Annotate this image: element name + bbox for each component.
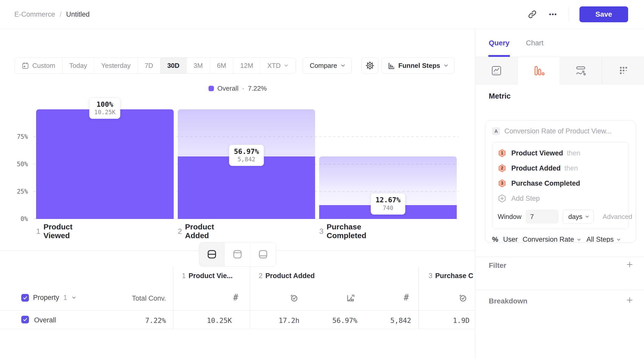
range-6m[interactable]: 6M: [210, 58, 233, 73]
more-options-button[interactable]: [547, 8, 559, 20]
range-label: 12M: [240, 62, 253, 70]
chevron-down-icon: [616, 237, 621, 242]
add-step-button[interactable]: Add Step: [498, 194, 623, 203]
compare-button[interactable]: Compare: [303, 57, 352, 74]
range-label: 7D: [145, 62, 153, 70]
step-name: Purchase Completed: [511, 180, 580, 187]
breadcrumb: E-Commerce / Untitled: [0, 10, 90, 18]
breadcrumb-parent[interactable]: E-Commerce: [14, 10, 55, 18]
range-30d[interactable]: 30D: [160, 58, 187, 73]
report-type-retention[interactable]: [602, 57, 644, 84]
range-3m[interactable]: 3M: [187, 58, 210, 73]
chart-legend[interactable]: Overall · 7.22%: [0, 85, 475, 92]
table-header-step-2: 2 Product Added: [259, 272, 315, 280]
add-step-label: Add Step: [511, 195, 540, 203]
section-divider: [475, 257, 644, 257]
report-main: CustomTodayYesterday7D30D3M6M12MXTD Comp…: [0, 29, 475, 359]
measure-row: % User Conversion Rate All Steps: [492, 236, 629, 243]
x-axis-step-label: 3Purchase Completed: [319, 226, 366, 236]
query-builder: Metric A Conversion Rate of Product View…: [475, 84, 644, 359]
measure-scope-select[interactable]: All Steps: [586, 236, 621, 243]
measure-metric-select[interactable]: Conversion Rate: [523, 236, 581, 243]
funnel-plot: 75%50%25%0%100%10.25K56.97%5,84212.67%74…: [36, 109, 457, 219]
window-label: Window: [498, 213, 521, 221]
table-header-step-1: 1 Product Vie...: [182, 272, 233, 280]
range-label: Today: [69, 62, 87, 70]
cell-step1-count: 10.25K: [173, 316, 232, 324]
funnel-bar-step-2[interactable]: 56.97%5,842: [178, 109, 315, 219]
range-label: 30D: [167, 62, 180, 70]
window-unit-select[interactable]: days: [563, 210, 594, 224]
view-toggle-split[interactable]: [199, 242, 225, 266]
metric-series-row[interactable]: A Conversion Rate of Product View...: [492, 127, 629, 135]
measure-metric-label: Conversion Rate: [523, 236, 574, 243]
panel-tabs: Query Chart: [475, 29, 644, 57]
range-xtd[interactable]: XTD: [260, 58, 296, 73]
query-panel: Query Chart Metric A: [475, 29, 644, 359]
range-yesterday[interactable]: Yesterday: [94, 58, 138, 73]
funnel-step-1[interactable]: 1 Product Viewed then: [498, 149, 623, 157]
count-metric-icon: #: [404, 292, 409, 302]
step-number: 3: [319, 227, 324, 236]
window-value-input[interactable]: [526, 210, 558, 224]
conversion-rate-icon: %: [346, 293, 355, 304]
view-toggle-chart-only[interactable]: [225, 242, 250, 266]
breadcrumb-current[interactable]: Untitled: [66, 10, 90, 18]
header: E-Commerce / Untitled Save: [0, 0, 644, 29]
report-type-flows[interactable]: [560, 57, 602, 84]
conversion-window-row: Window days Advanced: [498, 210, 623, 224]
results-table: 1 Product Vie... 2 Product Added 3 Purch…: [0, 267, 475, 329]
metric-title: Conversion Rate of Product View...: [504, 127, 611, 135]
funnel-step-2[interactable]: 2 Product Added then: [498, 164, 623, 173]
share-link-button[interactable]: [526, 8, 538, 20]
plus-icon: [626, 296, 633, 304]
chart-settings-button[interactable]: [361, 57, 378, 74]
save-button[interactable]: Save: [579, 6, 628, 22]
step-2-hexagon-badge: 2: [498, 164, 506, 173]
view-toggle-table-only[interactable]: [250, 242, 276, 266]
range-12m[interactable]: 12M: [233, 58, 261, 73]
cell-total-conversion: 7.22%: [0, 316, 166, 324]
tab-chart[interactable]: Chart: [526, 29, 543, 57]
breadcrumb-separator: /: [60, 10, 61, 18]
range-label: Custom: [32, 62, 55, 70]
advanced-toggle[interactable]: Advanced: [603, 213, 636, 221]
legend-series-value: 7.22%: [248, 85, 267, 92]
range-custom[interactable]: Custom: [15, 58, 63, 73]
y-axis-label: 75%: [0, 133, 28, 140]
legend-series-name: Overall: [217, 85, 238, 92]
time-to-convert-icon: [289, 293, 299, 304]
chevron-down-icon: [576, 237, 581, 242]
svg-text:3: 3: [501, 181, 503, 185]
range-label: 6M: [217, 62, 226, 70]
funnel-bar-step-3[interactable]: 12.67%740: [319, 109, 457, 219]
step-number: 1: [182, 272, 186, 280]
funnel-bar-step-1[interactable]: 100%10.25K: [36, 109, 174, 219]
x-axis-step-label: 1Product Viewed: [36, 226, 72, 236]
metric-section-heading: Metric: [489, 92, 511, 100]
total-conversion-header: Total Conv.: [0, 294, 166, 302]
add-breakdown-button[interactable]: [625, 295, 634, 305]
top-panel-view-icon: [232, 249, 243, 260]
add-filter-button[interactable]: [625, 260, 634, 269]
step-number: 2: [259, 272, 263, 280]
step-suffix: then: [567, 149, 580, 157]
report-type-funnels[interactable]: [518, 57, 560, 84]
tab-query[interactable]: Query: [489, 29, 510, 57]
conversion-bar: [36, 109, 174, 219]
tooltip-percent: 56.97%: [234, 147, 259, 156]
step-name: Product Viewed: [44, 223, 72, 240]
time-to-convert-icon: [458, 293, 468, 304]
report-type-insights[interactable]: [475, 57, 518, 84]
chart-type-selector[interactable]: Funnel Steps: [381, 57, 455, 74]
measure-entity[interactable]: User: [503, 236, 518, 243]
chevron-down-icon: [443, 63, 449, 68]
range-7d[interactable]: 7D: [138, 58, 160, 73]
range-label: Yesterday: [101, 62, 131, 70]
plus-icon: [626, 261, 633, 268]
range-today[interactable]: Today: [63, 58, 94, 73]
table-header-step-3: 3 Purchase C: [429, 272, 473, 280]
funnel-step-3[interactable]: 3 Purchase Completed: [498, 179, 623, 188]
view-toggle-group: [199, 242, 276, 267]
flows-icon: [575, 65, 587, 77]
